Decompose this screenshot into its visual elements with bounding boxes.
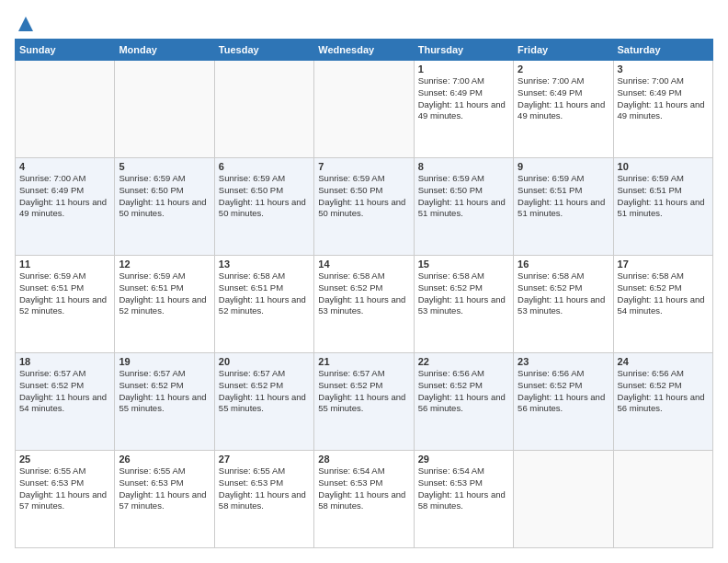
sunrise-text: Sunrise: 6:59 AM [119,270,185,281]
sunrise-text: Sunrise: 6:54 AM [418,465,484,476]
sunset-text: Sunset: 6:52 PM [318,282,382,293]
sunrise-text: Sunrise: 7:00 AM [418,75,484,86]
day-info: Sunrise: 6:59 AM Sunset: 6:51 PM Dayligh… [518,173,609,220]
day-number: 14 [318,259,409,270]
day-number: 10 [618,161,709,172]
daylight-text: Daylight: 11 hours and 52 minutes. [19,294,107,316]
daylight-text: Daylight: 11 hours and 51 minutes. [518,197,605,219]
calendar-week-row: 25 Sunrise: 6:55 AM Sunset: 6:53 PM Dayl… [16,451,713,548]
day-number: 4 [19,161,110,172]
sunset-text: Sunset: 6:53 PM [219,477,283,488]
day-number: 6 [219,161,310,172]
day-number: 17 [618,259,709,270]
daylight-text: Daylight: 11 hours and 56 minutes. [518,392,605,414]
day-number: 8 [418,161,509,172]
day-number: 23 [518,356,609,367]
calendar-cell: 22 Sunrise: 6:56 AM Sunset: 6:52 PM Dayl… [414,353,513,451]
sunset-text: Sunset: 6:52 PM [119,380,183,390]
day-number: 9 [518,161,609,172]
svg-marker-0 [18,17,33,31]
sunrise-text: Sunrise: 6:58 AM [618,270,684,281]
weekday-header: Wednesday [314,40,414,61]
calendar-cell: 9 Sunrise: 6:59 AM Sunset: 6:51 PM Dayli… [514,158,613,256]
calendar-week-row: 11 Sunrise: 6:59 AM Sunset: 6:51 PM Dayl… [16,256,713,353]
calendar-week-row: 18 Sunrise: 6:57 AM Sunset: 6:52 PM Dayl… [16,353,713,451]
day-number: 27 [219,454,310,465]
day-info: Sunrise: 6:55 AM Sunset: 6:53 PM Dayligh… [19,465,110,512]
daylight-text: Daylight: 11 hours and 57 minutes. [119,489,206,511]
sunset-text: Sunset: 6:51 PM [518,185,582,195]
sunset-text: Sunset: 6:51 PM [219,282,283,293]
day-info: Sunrise: 6:59 AM Sunset: 6:51 PM Dayligh… [119,270,210,317]
sunrise-text: Sunrise: 6:56 AM [618,368,684,378]
calendar-header-row: SundayMondayTuesdayWednesdayThursdayFrid… [16,40,713,61]
day-number: 5 [119,161,210,172]
sunrise-text: Sunrise: 6:59 AM [119,173,185,183]
daylight-text: Daylight: 11 hours and 54 minutes. [19,392,107,414]
day-info: Sunrise: 6:59 AM Sunset: 6:50 PM Dayligh… [219,173,310,220]
day-info: Sunrise: 6:58 AM Sunset: 6:51 PM Dayligh… [219,270,310,317]
calendar-cell: 16 Sunrise: 6:58 AM Sunset: 6:52 PM Dayl… [514,256,613,353]
weekday-header: Monday [115,40,214,61]
sunset-text: Sunset: 6:53 PM [19,477,84,488]
sunrise-text: Sunrise: 6:55 AM [219,465,285,476]
sunrise-text: Sunrise: 6:58 AM [219,270,285,281]
day-number: 22 [418,356,509,367]
day-number: 11 [19,259,110,270]
sunset-text: Sunset: 6:53 PM [119,477,183,488]
calendar-cell: 26 Sunrise: 6:55 AM Sunset: 6:53 PM Dayl… [115,451,214,548]
calendar-cell: 5 Sunrise: 6:59 AM Sunset: 6:50 PM Dayli… [115,158,214,256]
day-number: 12 [119,259,210,270]
day-info: Sunrise: 6:54 AM Sunset: 6:53 PM Dayligh… [418,465,509,512]
sunset-text: Sunset: 6:52 PM [318,380,382,390]
calendar-cell: 23 Sunrise: 6:56 AM Sunset: 6:52 PM Dayl… [514,353,613,451]
sunset-text: Sunset: 6:51 PM [19,282,84,293]
sunset-text: Sunset: 6:50 PM [418,185,483,195]
calendar-cell: 1 Sunrise: 7:00 AM Sunset: 6:49 PM Dayli… [414,61,513,158]
sunrise-text: Sunrise: 6:55 AM [119,465,185,476]
calendar-cell [115,61,214,158]
calendar-cell: 6 Sunrise: 6:59 AM Sunset: 6:50 PM Dayli… [214,158,313,256]
sunrise-text: Sunrise: 6:59 AM [318,173,384,183]
sunrise-text: Sunrise: 6:58 AM [418,270,484,281]
calendar-cell: 12 Sunrise: 6:59 AM Sunset: 6:51 PM Dayl… [115,256,214,353]
daylight-text: Daylight: 11 hours and 50 minutes. [119,197,206,219]
sunrise-text: Sunrise: 6:57 AM [318,368,384,378]
day-info: Sunrise: 7:00 AM Sunset: 6:49 PM Dayligh… [19,173,110,220]
sunset-text: Sunset: 6:53 PM [318,477,382,488]
day-info: Sunrise: 6:57 AM Sunset: 6:52 PM Dayligh… [119,368,210,415]
logo-icon [17,15,35,33]
day-number: 15 [418,259,509,270]
calendar-cell: 29 Sunrise: 6:54 AM Sunset: 6:53 PM Dayl… [414,451,513,548]
day-info: Sunrise: 6:57 AM Sunset: 6:52 PM Dayligh… [219,368,310,415]
sunset-text: Sunset: 6:51 PM [119,282,183,293]
sunrise-text: Sunrise: 6:54 AM [318,465,384,476]
sunrise-text: Sunrise: 6:56 AM [518,368,584,378]
sunset-text: Sunset: 6:52 PM [618,380,682,390]
day-info: Sunrise: 6:59 AM Sunset: 6:50 PM Dayligh… [318,173,409,220]
daylight-text: Daylight: 11 hours and 57 minutes. [19,489,107,511]
daylight-text: Daylight: 11 hours and 49 minutes. [418,99,506,121]
day-number: 20 [219,356,310,367]
daylight-text: Daylight: 11 hours and 55 minutes. [318,392,405,414]
page: SundayMondayTuesdayWednesdayThursdayFrid… [0,0,728,563]
sunrise-text: Sunrise: 6:59 AM [19,270,85,281]
calendar-cell [514,451,613,548]
day-number: 3 [618,63,709,75]
sunset-text: Sunset: 6:52 PM [618,282,682,293]
day-number: 21 [318,356,409,367]
weekday-header: Friday [514,40,613,61]
sunset-text: Sunset: 6:52 PM [418,380,483,390]
daylight-text: Daylight: 11 hours and 56 minutes. [418,392,506,414]
daylight-text: Daylight: 11 hours and 51 minutes. [618,197,705,219]
daylight-text: Daylight: 11 hours and 50 minutes. [318,197,405,219]
calendar-cell: 20 Sunrise: 6:57 AM Sunset: 6:52 PM Dayl… [214,353,313,451]
day-info: Sunrise: 6:57 AM Sunset: 6:52 PM Dayligh… [318,368,409,415]
day-info: Sunrise: 6:56 AM Sunset: 6:52 PM Dayligh… [518,368,609,415]
day-info: Sunrise: 6:59 AM Sunset: 6:50 PM Dayligh… [119,173,210,220]
sunset-text: Sunset: 6:52 PM [19,380,84,390]
day-info: Sunrise: 6:59 AM Sunset: 6:50 PM Dayligh… [418,173,509,220]
day-info: Sunrise: 7:00 AM Sunset: 6:49 PM Dayligh… [618,75,709,122]
calendar-cell: 18 Sunrise: 6:57 AM Sunset: 6:52 PM Dayl… [16,353,115,451]
day-info: Sunrise: 7:00 AM Sunset: 6:49 PM Dayligh… [518,75,609,122]
